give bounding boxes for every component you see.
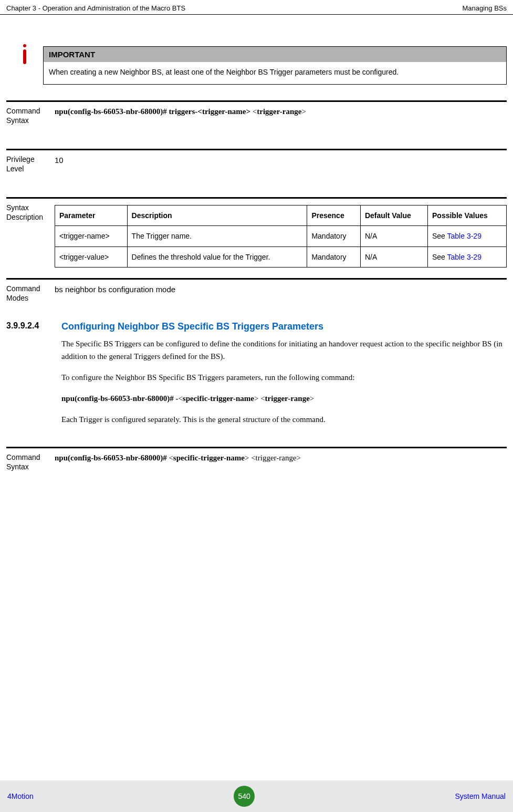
cmd-lt: < xyxy=(253,107,257,116)
footer-left-link[interactable]: 4Motion xyxy=(7,792,34,800)
cmd-p1-inner: specific-trigger-name xyxy=(173,454,245,462)
section-number: 3.9.9.2.4 xyxy=(6,321,61,332)
privilege-level-value: 10 xyxy=(55,155,507,187)
def-label: Command Syntax xyxy=(6,453,55,485)
cell-default: N/A xyxy=(360,246,427,267)
command-syntax-block: Command Syntax npu(config-bs-66053-nbr-6… xyxy=(6,100,507,138)
def-label: Command Syntax xyxy=(6,106,55,138)
page-header: Chapter 3 - Operation and Administration… xyxy=(0,0,513,15)
table-row: <trigger-name> The Trigger name. Mandato… xyxy=(55,226,507,246)
command-modes-block: Command Modes bs neighbor bs configurati… xyxy=(6,278,507,305)
th-possible: Possible Values xyxy=(428,205,507,226)
table-link[interactable]: Table 3-29 xyxy=(447,232,481,240)
header-right: Managing BSs xyxy=(462,4,507,12)
cmd-lt: < xyxy=(169,454,173,462)
table-row: <trigger-value> Defines the threshold va… xyxy=(55,246,507,267)
cell-possible: See Table 3-29 xyxy=(428,226,507,246)
cell-presence: Mandatory xyxy=(307,246,361,267)
cell-possible: See Table 3-29 xyxy=(428,246,507,267)
def-label: Command Modes xyxy=(6,284,55,305)
section-paragraph: Each Trigger is configured separately. T… xyxy=(61,413,507,426)
cmd-gt: > xyxy=(310,394,314,403)
important-title: IMPORTANT xyxy=(44,47,506,62)
command-syntax-block-2: Command Syntax npu(config-bs-66053-nbr-6… xyxy=(6,447,507,485)
def-label: Privilege Level xyxy=(6,155,55,187)
privilege-level-block: Privilege Level 10 xyxy=(6,149,507,187)
important-icon xyxy=(6,46,43,66)
th-presence: Presence xyxy=(307,205,361,226)
cell-default: N/A xyxy=(360,226,427,246)
section-paragraph: The Specific BS Triggers can be configur… xyxy=(61,337,507,363)
important-text: When creating a new Neighbor BS, at leas… xyxy=(44,62,506,84)
command-syntax-value-2: npu(config-bs-66053-nbr-68000)# <specifi… xyxy=(55,453,507,485)
cell-param: <trigger-value> xyxy=(55,246,128,267)
cmd-p2: trigger-range xyxy=(265,394,310,403)
cell-param: <trigger-name> xyxy=(55,226,128,246)
important-callout: IMPORTANT When creating a new Neighbor B… xyxy=(6,46,507,85)
command-syntax-value: npu(config-bs-66053-nbr-68000)# triggers… xyxy=(55,106,507,138)
syntax-description-block: Syntax Description Parameter Description… xyxy=(6,197,507,273)
page-number-badge: 540 xyxy=(234,786,255,807)
cmd-gt: > xyxy=(297,454,301,462)
header-left: Chapter 3 - Operation and Administration… xyxy=(6,4,185,12)
cmd-lt: < xyxy=(178,394,182,403)
section-title: Configuring Neighbor BS Specific BS Trig… xyxy=(61,321,507,332)
cmd-lt: < xyxy=(260,394,265,403)
cell-desc: Defines the threshold value for the Trig… xyxy=(127,246,307,267)
cmd-gt: > xyxy=(301,107,306,116)
cell-desc: The Trigger name. xyxy=(127,226,307,246)
section-paragraph: To configure the Neighbor BS Specific BS… xyxy=(61,371,507,384)
table-link[interactable]: Table 3-29 xyxy=(447,253,481,261)
section-command: npu(config-bs-66053-nbr-68000)# -<specif… xyxy=(61,392,507,405)
cmd-param2-inner: trigger-range xyxy=(257,107,301,116)
def-label: Syntax Description xyxy=(6,203,55,273)
cell-presence: Mandatory xyxy=(307,226,361,246)
cmd-prefix: npu(config-bs-66053-nbr-68000)# triggers… xyxy=(55,107,197,116)
th-parameter: Parameter xyxy=(55,205,128,226)
cmd-prefix: npu(config-bs-66053-nbr-68000)# xyxy=(55,454,169,462)
syntax-table: Parameter Description Presence Default V… xyxy=(55,205,507,268)
footer-right-link[interactable]: System Manual xyxy=(455,792,506,800)
th-description: Description xyxy=(127,205,307,226)
command-modes-value: bs neighbor bs configuration mode xyxy=(55,284,507,305)
cmd-p1: specific-trigger-name xyxy=(183,394,254,403)
cmd-lt: < xyxy=(251,454,255,462)
cmd-param1: <trigger-name> xyxy=(197,107,250,116)
cmd-p2-inner: trigger-range xyxy=(256,454,297,462)
section-heading: 3.9.9.2.4 Configuring Neighbor BS Specif… xyxy=(6,321,507,332)
page-footer: 4Motion 540 System Manual xyxy=(0,780,513,812)
th-default: Default Value xyxy=(360,205,427,226)
